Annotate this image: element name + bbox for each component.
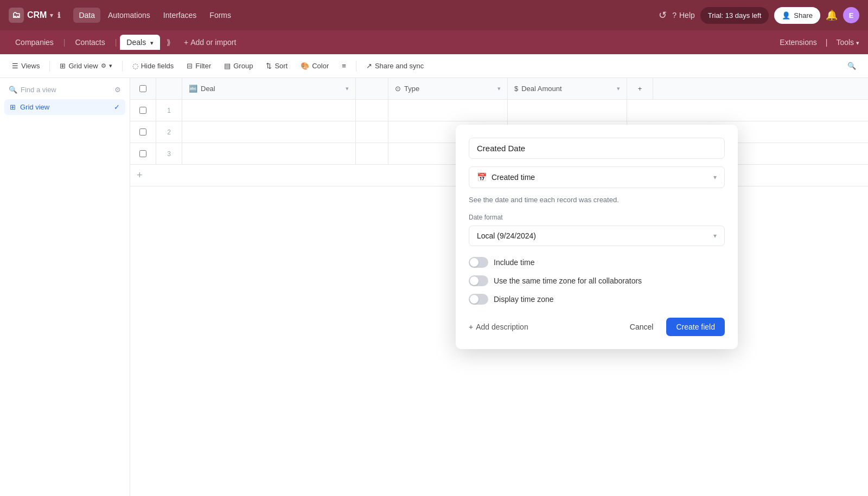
same-timezone-toggle[interactable] bbox=[469, 275, 488, 286]
create-field-panel: 📅 Created time ▾ See the date and time e… bbox=[456, 125, 738, 349]
date-format-label: Date format bbox=[469, 214, 725, 221]
panel-footer: + Add description Cancel Create field bbox=[469, 318, 725, 336]
include-time-toggle[interactable] bbox=[469, 257, 488, 268]
display-timezone-toggle-dot bbox=[470, 295, 478, 304]
same-timezone-row: Use the same time zone for all collabora… bbox=[469, 275, 725, 286]
field-description: See the date and time each record was cr… bbox=[469, 196, 725, 204]
overlay: 📅 Created time ▾ See the date and time e… bbox=[0, 0, 868, 496]
date-format-chevron: ▾ bbox=[713, 232, 717, 240]
cancel-button[interactable]: Cancel bbox=[622, 318, 661, 336]
type-chevron-icon: ▾ bbox=[713, 173, 717, 181]
field-type-left: 📅 Created time bbox=[477, 172, 535, 182]
include-time-label: Include time bbox=[494, 258, 534, 267]
field-title-input[interactable] bbox=[469, 138, 725, 159]
same-timezone-toggle-dot bbox=[470, 276, 478, 285]
display-timezone-row: Display time zone bbox=[469, 294, 725, 305]
panel-footer-actions: Cancel Create field bbox=[622, 318, 725, 336]
add-description-button[interactable]: + Add description bbox=[469, 323, 528, 331]
add-desc-plus-icon: + bbox=[469, 323, 473, 331]
create-field-button[interactable]: Create field bbox=[666, 318, 725, 336]
calendar-icon: 📅 bbox=[477, 172, 487, 182]
include-time-row: Include time bbox=[469, 257, 725, 268]
include-time-toggle-dot bbox=[470, 258, 478, 267]
field-type-selector[interactable]: 📅 Created time ▾ bbox=[469, 166, 725, 188]
same-timezone-label: Use the same time zone for all collabora… bbox=[494, 276, 642, 285]
display-timezone-toggle[interactable] bbox=[469, 294, 488, 305]
display-timezone-label: Display time zone bbox=[494, 295, 554, 304]
date-format-selector[interactable]: Local (9/24/2024) ▾ bbox=[469, 226, 725, 246]
